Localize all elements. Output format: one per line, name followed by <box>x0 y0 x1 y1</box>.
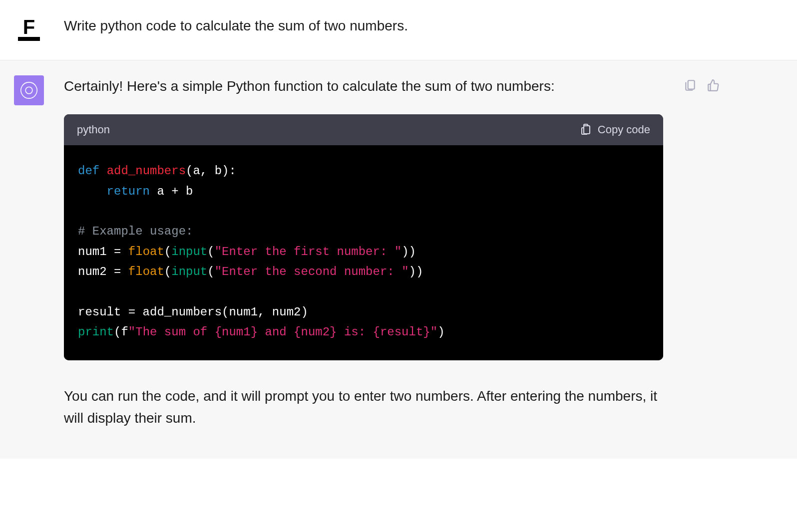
assistant-content: Certainly! Here's a simple Python functi… <box>64 75 663 429</box>
code-token-paren2: ( <box>207 245 214 259</box>
user-avatar: F <box>14 15 44 45</box>
code-token-close1: )) <box>401 245 416 259</box>
code-block: python Copy code def add_numbers(a, b): … <box>64 114 663 360</box>
code-token-input2: input <box>171 265 207 278</box>
user-message-text: Write python code to calculate the sum o… <box>64 15 663 36</box>
user-message: F Write python code to calculate the sum… <box>0 0 797 60</box>
assistant-avatar <box>14 75 44 105</box>
code-body: def add_numbers(a, b): return a + b # Ex… <box>64 145 663 360</box>
code-token-result: result = add_numbers(num1, num2) <box>78 305 308 319</box>
code-token-paren5: ( <box>114 325 121 339</box>
code-token-str2: "Enter the second number: " <box>215 265 409 278</box>
copy-code-label: Copy code <box>598 121 650 138</box>
code-token-return: return <box>107 185 150 198</box>
copy-message-button[interactable] <box>683 78 697 92</box>
user-avatar-letter: F <box>23 16 35 38</box>
assistant-intro-text: Certainly! Here's a simple Python functi… <box>64 75 663 97</box>
code-token-sig: (a, b): <box>186 164 236 178</box>
code-token-input1: input <box>171 245 207 259</box>
clipboard-icon <box>580 124 592 136</box>
thumbs-up-icon <box>707 79 720 92</box>
user-content: Write python code to calculate the sum o… <box>64 15 663 36</box>
user-avatar-underline <box>18 37 40 41</box>
assistant-outro-text: You can run the code, and it will prompt… <box>64 385 663 429</box>
code-token-float1: float <box>128 245 164 259</box>
thumbs-up-button[interactable] <box>706 78 720 92</box>
code-token-float2: float <box>128 265 164 278</box>
code-token-paren: ( <box>164 245 171 259</box>
code-token-close2: )) <box>409 265 423 278</box>
message-actions <box>683 75 720 92</box>
svg-point-0 <box>25 87 32 94</box>
code-token-fn-name: add_numbers <box>107 164 186 178</box>
svg-rect-2 <box>688 80 695 89</box>
assistant-message: Certainly! Here's a simple Python functi… <box>0 60 797 459</box>
code-token-str1: "Enter the first number: " <box>215 245 401 259</box>
code-token-print: print <box>78 325 114 339</box>
code-language-label: python <box>77 121 110 138</box>
code-token-paren4: ( <box>207 265 214 278</box>
code-header: python Copy code <box>64 114 663 145</box>
code-token-close3: ) <box>437 325 444 339</box>
openai-logo-icon <box>19 80 39 100</box>
code-token-comment: # Example usage: <box>78 225 193 238</box>
code-token-num2: num2 = <box>78 265 128 278</box>
code-token-def: def <box>78 164 99 178</box>
clipboard-icon <box>684 79 697 92</box>
code-token-paren3: ( <box>164 265 171 278</box>
code-token-num1: num1 = <box>78 245 128 259</box>
code-token-ret-expr: a + b <box>150 185 193 198</box>
copy-code-button[interactable]: Copy code <box>580 121 650 138</box>
svg-rect-1 <box>584 126 590 134</box>
code-token-fprefix: f <box>121 325 128 339</box>
code-token-fstring: "The sum of {num1} and {num2} is: {resul… <box>128 325 437 339</box>
